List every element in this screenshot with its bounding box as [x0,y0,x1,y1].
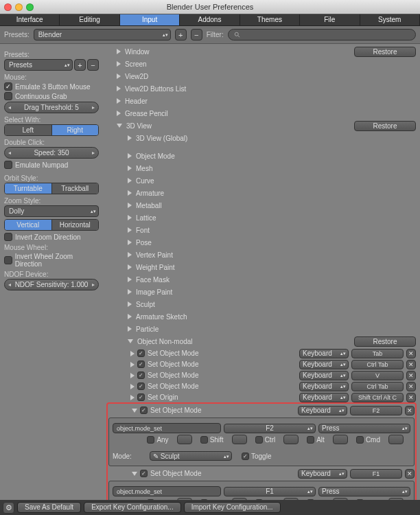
expand-icon[interactable] [117,49,121,54]
expand-icon[interactable] [117,61,121,67]
keytype-select[interactable]: F2▴▾ [224,424,316,433]
keymap-item[interactable]: Set Origin Keyboard▴▾ Shift Ctrl Alt C ✕ [107,392,416,402]
mod-key-field[interactable] [232,435,247,444]
key-field[interactable]: Ctrl Tab [351,382,404,391]
collapse-icon[interactable] [128,339,133,343]
km-header[interactable]: Header [107,95,416,107]
km-view2d-buttons[interactable]: View2D Buttons List [107,82,416,95]
km-object-nonmodal[interactable]: Object Non-modalRestore [107,335,416,347]
enable-checkbox[interactable] [140,407,148,414]
keymap-item-expanded[interactable]: Set Object Mode Keyboard▴▾ F2 ✕ [108,405,415,415]
expand-icon[interactable] [128,301,132,307]
tab-addons[interactable]: Addons [180,14,240,25]
km-sub-item[interactable]: Sculpt [107,298,416,310]
expand-icon[interactable] [128,277,132,282]
km-sub-item[interactable]: Object Mode [107,150,416,162]
km-sub-item[interactable]: Particle [107,323,416,335]
km-sub-item[interactable]: Vertex Paint [107,249,416,261]
event-select[interactable]: Press▴▾ [318,424,410,433]
expand-icon[interactable] [117,98,121,104]
map-type-select[interactable]: Keyboard▴▾ [299,393,349,402]
keymap-item-expanded[interactable]: Set Object Mode Keyboard▴▾ F1 ✕ [108,468,415,479]
expand-icon[interactable] [130,362,135,367]
expand-icon[interactable] [128,264,132,270]
km-sub-item[interactable]: Weight Paint [107,261,416,273]
collapse-icon[interactable] [132,472,137,476]
restore-button[interactable]: Restore [354,121,416,131]
collapse-icon[interactable] [132,409,137,413]
map-type-select[interactable]: Keyboard▴▾ [298,469,347,479]
km-sub-item[interactable]: Font [107,224,416,236]
emulate-3button-checkbox[interactable]: Emulate 3 Button Mouse [4,82,99,91]
enable-checkbox[interactable] [137,393,145,401]
presets-select[interactable]: Presets▴▾ [4,59,73,71]
select-with-toggle[interactable]: Left Right [4,124,99,136]
km-screen[interactable]: Screen [107,58,416,70]
enable-checkbox[interactable] [137,382,145,390]
expand-icon[interactable] [128,289,132,295]
mod-key-field[interactable] [177,435,192,444]
remove-keyconfig-button[interactable]: − [191,29,202,41]
orbit-style-toggle[interactable]: Turntable Trackball [4,183,99,194]
km-sub-item[interactable]: Metaball [107,199,416,211]
drag-threshold-slider[interactable]: ◂Drag Threshold: 5▸ [4,102,99,113]
expand-icon[interactable] [128,252,132,258]
expand-icon[interactable] [128,178,132,183]
preset-add-button[interactable]: + [74,59,86,71]
key-field[interactable]: F2 [350,406,402,415]
km-sub-item[interactable]: Mesh [107,162,416,174]
trackball-option[interactable]: Trackball [52,183,99,194]
km-3dview-global[interactable]: 3D View (Global) [107,132,416,144]
save-default-button[interactable]: Save As Default [17,502,81,513]
mod-ctrl[interactable]: Ctrl [255,436,276,444]
expand-icon[interactable] [128,135,132,141]
key-field[interactable]: Shift Ctrl Alt C [351,393,404,402]
zoom-style-select[interactable]: Dolly▴▾ [4,205,99,217]
continuous-grab-checkbox[interactable]: Continuous Grab [4,92,99,100]
export-keyconfig-button[interactable]: Export Key Configuration... [84,502,181,513]
remove-item-button[interactable]: ✕ [406,349,416,358]
expand-icon[interactable] [128,326,132,332]
mod-key-field[interactable] [283,435,299,444]
tab-input[interactable]: Input [120,14,180,25]
emulate-numpad-checkbox[interactable]: Emulate Numpad [4,161,99,169]
scripts-button[interactable]: ⚙ [3,502,14,514]
map-type-select[interactable]: Keyboard▴▾ [299,382,349,391]
remove-item-button[interactable]: ✕ [406,382,416,391]
tab-editing[interactable]: Editing [60,14,119,25]
restore-button[interactable]: Restore [354,336,416,347]
map-type-select[interactable]: Keyboard▴▾ [299,349,349,358]
expand-icon[interactable] [130,373,135,378]
invert-wheel-checkbox[interactable]: Invert Wheel Zoom Direction [4,253,99,268]
key-field[interactable]: V [351,371,404,380]
km-sub-item[interactable]: Curve [107,174,416,187]
tab-system[interactable]: System [360,14,420,25]
select-right-option[interactable]: Right [52,125,99,135]
mod-key-field[interactable] [333,435,348,444]
turntable-option[interactable]: Turntable [5,183,52,194]
expand-icon[interactable] [128,215,132,220]
map-type-select[interactable]: Keyboard▴▾ [299,360,349,369]
keymap-item[interactable]: Set Object Mode Keyboard▴▾ Tab ✕ [107,348,416,358]
mode-select[interactable]: ✎ Sculpt▴▾ [150,451,232,461]
mod-any[interactable]: Any [147,436,168,444]
expand-icon[interactable] [128,314,132,319]
enable-checkbox[interactable] [137,360,145,368]
km-sub-item[interactable]: Armature Sketch [107,310,416,323]
idname-field[interactable]: object.mode_set [113,423,221,433]
ndof-sensitivity-slider[interactable]: ◂NDOF Sensitivity: 1.000▸ [4,279,99,290]
mod-alt[interactable]: Alt [307,436,325,444]
km-sub-item[interactable]: Face Mask [107,273,416,286]
filter-input[interactable] [228,29,416,41]
key-field[interactable]: Ctrl Tab [351,360,404,369]
double-click-speed-slider[interactable]: ◂Speed: 350▸ [4,147,99,159]
tab-themes[interactable]: Themes [240,14,300,25]
invert-zoom-checkbox[interactable]: Invert Zoom Direction [4,233,99,241]
km-3dview[interactable]: 3D ViewRestore [107,119,416,132]
vertical-option[interactable]: Vertical [5,220,52,230]
remove-item-button[interactable]: ✕ [405,469,415,479]
key-field[interactable]: F1 [350,469,402,479]
import-keyconfig-button[interactable]: Import Key Configuration... [184,502,281,513]
expand-icon[interactable] [130,395,135,400]
tab-file[interactable]: File [300,14,360,25]
